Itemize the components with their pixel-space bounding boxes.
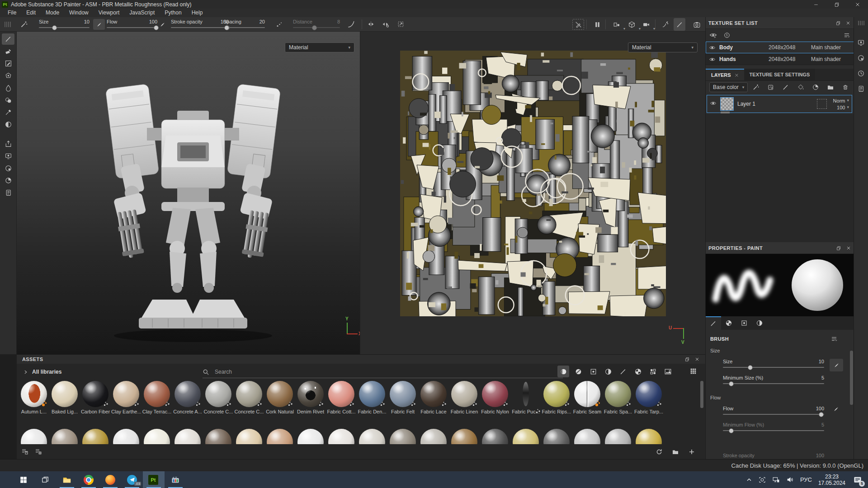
import-asset-list-icon[interactable]: [35, 448, 42, 455]
asset-tile[interactable]: [449, 429, 479, 444]
menu-edit[interactable]: Edit: [21, 9, 41, 17]
param-distance[interactable]: Distance8: [293, 19, 340, 28]
menu-file[interactable]: File: [3, 9, 21, 17]
open-folder-icon[interactable]: [672, 448, 679, 455]
properties-tab-stencil[interactable]: [736, 316, 752, 330]
flow-pressure-toggle[interactable]: [156, 19, 168, 30]
asset-tile[interactable]: Concrete C...: [203, 381, 233, 414]
visibility-solo-icon[interactable]: [723, 32, 731, 39]
menu-mode[interactable]: Mode: [41, 9, 64, 17]
asset-tile[interactable]: [572, 429, 602, 444]
add-fill-layer-button[interactable]: [796, 84, 806, 91]
close-button[interactable]: [847, 0, 868, 9]
asset-tile[interactable]: Clay Terrac...: [142, 381, 172, 414]
flow-pressure-toggle-icon[interactable]: [833, 406, 840, 413]
panel-close-icon[interactable]: [694, 357, 700, 362]
asset-tile[interactable]: Carbon Fiber: [80, 381, 110, 414]
asset-tile[interactable]: [511, 429, 541, 444]
menu-help[interactable]: Help: [187, 9, 208, 17]
clock[interactable]: 23:23 17.05.2024: [818, 474, 845, 486]
filter-brushes-button[interactable]: [617, 366, 629, 377]
tab-texture-set-settings[interactable]: TEXTURE SET SETTINGS: [744, 69, 816, 80]
asset-tile[interactable]: [542, 429, 571, 444]
symmetry-settings-icon[interactable]: [382, 20, 389, 28]
shelf-tool[interactable]: [2, 187, 14, 198]
texture-set-row[interactable]: Hands2048x2048Main shader: [706, 53, 854, 65]
properties-scrollbar[interactable]: [850, 351, 853, 405]
symmetry-toggle-icon[interactable]: [367, 20, 375, 28]
asset-tile[interactable]: [142, 429, 172, 444]
slider-handle[interactable]: [729, 428, 734, 433]
paint-mode-button[interactable]: [674, 18, 685, 31]
size-pressure-toggle[interactable]: [93, 19, 105, 30]
stylus-disabled-button[interactable]: [572, 19, 584, 30]
asset-tile[interactable]: Fabric Felt: [388, 381, 418, 414]
asset-tile[interactable]: [357, 429, 387, 444]
param-slider[interactable]: [39, 27, 90, 28]
library-select[interactable]: All libraries: [24, 369, 61, 375]
panel-restore-icon[interactable]: [835, 20, 841, 26]
taskbar-substance-painter[interactable]: Pt: [143, 471, 165, 488]
asset-tile[interactable]: [234, 429, 264, 444]
slider-handle[interactable]: [729, 381, 734, 386]
filter-alphas-button[interactable]: [632, 366, 644, 377]
asset-tile[interactable]: Fabric Rips...: [542, 381, 571, 414]
network-icon[interactable]: [772, 476, 780, 483]
filter-filters-button[interactable]: [602, 366, 614, 377]
language-indicator[interactable]: РУС: [800, 476, 812, 483]
dock-grip[interactable]: [858, 21, 864, 25]
taskbar-start[interactable]: [13, 471, 34, 488]
delete-layer-button[interactable]: [840, 84, 850, 91]
asset-tile[interactable]: [419, 429, 448, 444]
taskbar-firefox[interactable]: [99, 471, 121, 488]
lazy-select-tool-icon[interactable]: [20, 20, 28, 28]
notification-center-button[interactable]: 5: [852, 474, 863, 486]
toolbar-grip[interactable]: [5, 22, 12, 27]
param-slider[interactable]: [723, 414, 824, 415]
search-input[interactable]: Search: [203, 366, 563, 378]
asset-tile[interactable]: [480, 429, 510, 444]
minimize-button[interactable]: [806, 0, 826, 9]
taskbar-media-player[interactable]: [165, 471, 186, 488]
blend-mode-select[interactable]: Norm▾: [833, 98, 849, 103]
asset-tile[interactable]: [326, 429, 356, 444]
asset-tile[interactable]: Fabric Linen: [449, 381, 479, 414]
polygon-fill-tool[interactable]: [2, 70, 14, 81]
asset-tile[interactable]: [634, 429, 664, 444]
material-sphere-preview[interactable]: [780, 254, 854, 316]
shader-settings-dock-button[interactable]: [855, 52, 867, 63]
asset-tile[interactable]: [19, 429, 49, 444]
asset-tile[interactable]: Baked Lig...: [50, 381, 80, 414]
add-smart-material-button[interactable]: [751, 84, 761, 91]
asset-tile[interactable]: Concrete C...: [234, 381, 264, 414]
add-paint-layer-button[interactable]: [781, 84, 791, 91]
paint-tool[interactable]: [2, 33, 14, 45]
param-flow[interactable]: Flow100: [107, 19, 157, 28]
param-size[interactable]: Size10: [39, 19, 90, 28]
assets-scrollbar[interactable]: [700, 381, 703, 408]
asset-tile[interactable]: Fabric Cott...: [326, 381, 356, 414]
brush-param-flow[interactable]: Flow100: [723, 406, 824, 415]
visibility-material-icon[interactable]: [709, 32, 717, 39]
brush-param-stroke-opacity[interactable]: Stroke opacity100: [723, 453, 824, 458]
slider-handle[interactable]: [312, 25, 317, 30]
viewer-settings-tool[interactable]: [2, 163, 14, 174]
param-slider[interactable]: [293, 27, 340, 28]
filter-textures-button[interactable]: [647, 366, 659, 377]
title-bar[interactable]: Pt Adobe Substance 3D Painter - ASM - PB…: [0, 0, 868, 9]
asset-tile[interactable]: [50, 429, 80, 444]
asset-tile[interactable]: Fabric Den...: [357, 381, 387, 414]
slider-handle[interactable]: [52, 25, 57, 30]
brush-options-menu-icon[interactable]: [830, 335, 838, 343]
taskbar-chrome[interactable]: [78, 471, 99, 488]
view3d-material-mode-select[interactable]: Material▾: [285, 42, 354, 52]
channel-filter-select[interactable]: Base color▾: [709, 82, 748, 92]
texture-set-filter-icon[interactable]: [843, 32, 850, 39]
snapshot-button[interactable]: [691, 19, 703, 30]
asset-tile[interactable]: Autumn L...: [19, 381, 49, 414]
grid-view-icon[interactable]: [689, 367, 697, 375]
layer-row[interactable]: Layer 1 Norm▾ 100▾: [707, 95, 852, 113]
visibility-eye-icon[interactable]: [709, 44, 716, 51]
asset-tile[interactable]: [388, 429, 418, 444]
add-effect-button[interactable]: [811, 84, 821, 91]
